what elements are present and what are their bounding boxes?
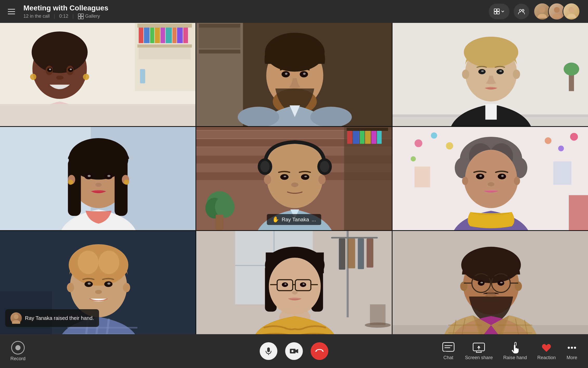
camera-button[interactable] — [285, 342, 303, 360]
video-cell-2[interactable] — [196, 23, 392, 126]
svg-rect-75 — [485, 104, 497, 120]
svg-rect-5 — [497, 9, 499, 11]
svg-point-200 — [284, 283, 286, 285]
video-cell-5[interactable]: ✋ Ray Tanaka ... — [196, 127, 392, 230]
record-dot — [15, 345, 21, 350]
svg-point-12 — [538, 14, 547, 18]
svg-rect-137 — [415, 167, 430, 188]
video-grid: ✋ Ray Tanaka ... — [0, 23, 588, 334]
speaker-name: Ray Tanaka — [282, 217, 309, 223]
svg-point-151 — [479, 175, 482, 177]
chevron-down-icon — [501, 10, 505, 13]
svg-rect-4 — [494, 9, 496, 11]
svg-point-120 — [260, 161, 270, 172]
video-cell-4[interactable] — [0, 127, 195, 230]
active-speaker-badge: ✋ Ray Tanaka ... — [267, 214, 321, 225]
video-cell-6[interactable] — [393, 127, 588, 230]
meeting-meta: 12 in the call | 0:12 | Gallery — [23, 14, 489, 19]
svg-rect-21 — [144, 28, 150, 43]
svg-point-114 — [215, 196, 235, 218]
reaction-label: Reaction — [537, 355, 556, 360]
svg-rect-24 — [160, 28, 165, 43]
toolbar-center-controls — [260, 342, 328, 360]
participants-button[interactable] — [514, 4, 529, 19]
chat-icon — [442, 342, 455, 353]
svg-point-127 — [304, 176, 307, 177]
svg-rect-20 — [139, 28, 143, 43]
svg-point-39 — [49, 69, 51, 70]
meeting-title: Meeting with Colleagues — [23, 4, 489, 12]
svg-point-122 — [264, 175, 271, 184]
svg-rect-47 — [199, 24, 240, 28]
svg-rect-6 — [494, 12, 496, 14]
svg-rect-28 — [183, 28, 188, 43]
svg-point-74 — [499, 70, 502, 72]
svg-point-34 — [36, 47, 83, 73]
svg-rect-31 — [140, 69, 145, 83]
camera-icon-circle — [285, 342, 303, 360]
video-cell-9[interactable] — [393, 231, 588, 334]
svg-point-91 — [95, 183, 102, 187]
reaction-button[interactable]: Reaction — [537, 342, 556, 360]
chat-button[interactable]: Chat — [442, 342, 455, 360]
svg-rect-1 — [81, 14, 83, 16]
video-cell-7[interactable]: Ray Tanaka raised their hand. — [0, 231, 195, 334]
video-cell-8[interactable] — [196, 231, 392, 334]
record-icon-circle — [11, 341, 25, 354]
speaker-more: ... — [312, 217, 316, 223]
more-icon — [566, 342, 578, 353]
svg-point-167 — [95, 290, 102, 294]
video-cell-3[interactable] — [393, 23, 588, 126]
svg-point-238 — [568, 347, 570, 349]
svg-point-240 — [574, 347, 576, 349]
screen-share-button[interactable]: Screen share — [465, 342, 493, 360]
more-button[interactable]: More — [566, 342, 578, 360]
svg-rect-44 — [0, 104, 195, 126]
svg-point-13 — [554, 7, 560, 13]
svg-rect-184 — [367, 238, 373, 268]
mic-button[interactable] — [260, 342, 277, 360]
meta-separator-1: | — [54, 14, 55, 19]
hangup-icon-circle — [311, 342, 328, 360]
record-label: Record — [10, 356, 25, 361]
svg-rect-106 — [347, 131, 352, 144]
hamburger-menu-button[interactable] — [8, 7, 17, 16]
meeting-info: Meeting with Colleagues 12 in the call |… — [23, 4, 489, 19]
svg-rect-3 — [81, 17, 83, 19]
svg-point-90 — [107, 175, 110, 177]
svg-rect-181 — [339, 238, 345, 270]
svg-point-131 — [431, 132, 437, 139]
svg-rect-105 — [347, 128, 388, 131]
svg-point-136 — [570, 133, 578, 141]
video-cell-1[interactable] — [0, 23, 195, 126]
svg-point-41 — [56, 75, 63, 80]
svg-point-153 — [488, 182, 494, 186]
svg-rect-82 — [115, 159, 128, 216]
svg-rect-0 — [78, 14, 81, 16]
svg-rect-23 — [155, 28, 160, 43]
svg-point-146 — [465, 150, 517, 207]
svg-point-161 — [67, 283, 74, 292]
svg-point-135 — [558, 146, 564, 151]
timer: 0:12 — [59, 14, 68, 19]
svg-rect-183 — [358, 238, 364, 269]
camera-icon — [290, 347, 298, 355]
record-control[interactable]: Record — [10, 341, 25, 361]
svg-point-162 — [123, 283, 130, 292]
svg-rect-48 — [199, 28, 240, 48]
svg-rect-25 — [166, 28, 172, 43]
svg-rect-110 — [371, 131, 376, 144]
people-icon — [518, 8, 525, 15]
svg-rect-22 — [150, 28, 154, 43]
svg-rect-115 — [216, 215, 224, 230]
svg-point-57 — [303, 73, 306, 75]
svg-point-152 — [501, 175, 504, 177]
avatar-3 — [563, 3, 580, 20]
hangup-button[interactable] — [311, 342, 328, 360]
raise-hand-button[interactable]: Raise hand — [503, 342, 527, 360]
layout-button[interactable] — [489, 4, 509, 19]
svg-point-218 — [480, 282, 483, 283]
svg-point-219 — [500, 282, 503, 283]
more-label: More — [566, 355, 577, 360]
svg-rect-49 — [199, 50, 240, 54]
